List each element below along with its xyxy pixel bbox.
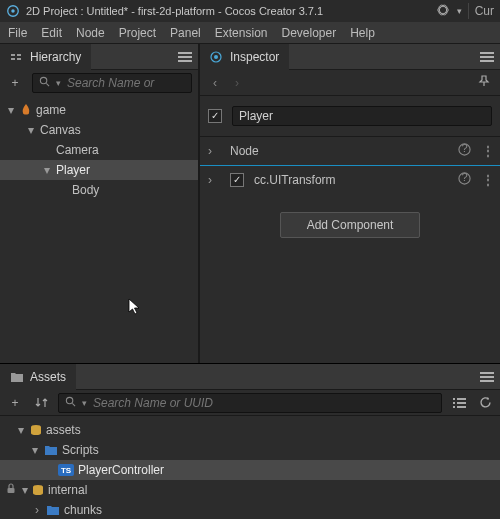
menu-extension[interactable]: Extension [215, 26, 268, 40]
chevron-down-icon[interactable]: ▾ [22, 483, 28, 497]
tab-hierarchy[interactable]: Hierarchy [0, 44, 91, 70]
chevron-right-icon[interactable]: › [32, 503, 42, 517]
database-icon [30, 424, 42, 436]
chevron-down-icon[interactable]: ▾ [30, 443, 40, 457]
asset-row-playercontroller[interactable]: TS PlayerController [0, 460, 500, 480]
window-title: 2D Project : Untitled* - first-2d-platfo… [26, 5, 429, 17]
hierarchy-tab-label: Hierarchy [30, 50, 81, 64]
app-icon [6, 4, 20, 18]
svg-rect-8 [17, 58, 21, 60]
dropdown-chevron-icon[interactable]: ▾ [457, 6, 462, 16]
add-component-button[interactable]: Add Component [280, 212, 420, 238]
svg-rect-7 [17, 54, 21, 56]
tree-label: Body [72, 183, 99, 197]
search-icon [65, 396, 76, 410]
entity-enabled-checkbox[interactable]: ✓ [208, 109, 222, 123]
history-back-button[interactable]: ‹ [208, 76, 222, 90]
help-icon[interactable]: ? [456, 143, 472, 159]
tree-label: Camera [56, 143, 99, 157]
assets-search[interactable]: ▾ [58, 393, 442, 413]
search-scope-chevron[interactable]: ▾ [56, 78, 61, 88]
tab-assets[interactable]: Assets [0, 364, 76, 390]
asset-row-scripts[interactable]: ▾ Scripts [0, 440, 500, 460]
assets-menu-icon[interactable] [480, 372, 494, 382]
help-icon[interactable]: ? [456, 172, 472, 188]
tree-row-camera[interactable]: Camera [0, 140, 198, 160]
fire-icon [20, 104, 32, 116]
chevron-down-icon[interactable]: ▾ [16, 423, 26, 437]
inspector-menu-icon[interactable] [480, 52, 494, 62]
component-node[interactable]: › Node ? ⋮ [200, 137, 500, 165]
tree-row-body[interactable]: Body [0, 180, 198, 200]
menu-developer[interactable]: Developer [281, 26, 336, 40]
assets-search-input[interactable] [93, 396, 435, 410]
search-scope-chevron[interactable]: ▾ [82, 398, 87, 408]
entity-name-text: Player [239, 109, 273, 123]
target-icon [210, 50, 224, 64]
svg-rect-5 [11, 54, 15, 56]
svg-text:?: ? [461, 172, 467, 183]
chevron-right-icon[interactable]: › [208, 173, 220, 187]
svg-rect-19 [453, 398, 455, 400]
entity-name-field[interactable]: Player [232, 106, 492, 126]
asset-label: internal [48, 483, 87, 497]
asset-row-chunks[interactable]: › chunks [0, 500, 500, 519]
sort-button[interactable] [32, 394, 50, 412]
hierarchy-icon [10, 50, 24, 64]
add-node-button[interactable]: + [6, 74, 24, 92]
chevron-down-icon[interactable]: ▾ [6, 103, 16, 117]
menu-file[interactable]: File [8, 26, 27, 40]
hierarchy-menu-icon[interactable] [178, 52, 192, 62]
browser-icon[interactable] [435, 3, 451, 20]
folder-icon [10, 370, 24, 384]
hierarchy-tree: ▾ game ▾ Canvas Camera ▾ Player [0, 96, 198, 363]
assets-panel: Assets + ▾ ▾ assets [0, 364, 500, 519]
asset-label: chunks [64, 503, 102, 517]
more-icon[interactable]: ⋮ [482, 144, 492, 158]
chevron-right-icon[interactable]: › [208, 144, 220, 158]
menu-help[interactable]: Help [350, 26, 375, 40]
more-icon[interactable]: ⋮ [482, 173, 492, 187]
menu-project[interactable]: Project [119, 26, 156, 40]
svg-point-17 [66, 397, 72, 403]
database-icon [32, 484, 44, 496]
folder-icon [44, 444, 58, 456]
assets-tab-label: Assets [30, 370, 66, 384]
hierarchy-search-input[interactable] [67, 76, 185, 90]
refresh-icon[interactable] [476, 394, 494, 412]
hierarchy-panel: Hierarchy + ▾ ▾ game [0, 44, 198, 363]
inspector-panel: Inspector ‹ › ✓ Player › Node ? ⋮ [200, 44, 500, 363]
svg-rect-26 [8, 488, 15, 493]
tree-label: Canvas [40, 123, 81, 137]
asset-row-internal[interactable]: ▾ internal [0, 480, 500, 500]
titlebar-right-controls: ▾ Cur [435, 3, 494, 20]
component-label: cc.UITransform [254, 173, 446, 187]
chevron-down-icon[interactable]: ▾ [26, 123, 36, 137]
tree-row-game[interactable]: ▾ game [0, 100, 198, 120]
typescript-icon: TS [58, 464, 74, 476]
pin-icon[interactable] [478, 75, 492, 90]
asset-label: Scripts [62, 443, 99, 457]
chevron-down-icon[interactable]: ▾ [42, 163, 52, 177]
add-component-label: Add Component [307, 218, 394, 232]
list-view-icon[interactable] [450, 394, 468, 412]
tab-inspector[interactable]: Inspector [200, 44, 289, 70]
menu-edit[interactable]: Edit [41, 26, 62, 40]
history-forward-button[interactable]: › [230, 76, 244, 90]
tree-row-player[interactable]: ▾ Player [0, 160, 198, 180]
asset-row-assets[interactable]: ▾ assets [0, 420, 500, 440]
add-asset-button[interactable]: + [6, 394, 24, 412]
menubar: File Edit Node Project Panel Extension D… [0, 22, 500, 44]
menu-node[interactable]: Node [76, 26, 105, 40]
menu-panel[interactable]: Panel [170, 26, 201, 40]
asset-label: PlayerController [78, 463, 164, 477]
component-enabled-checkbox[interactable]: ✓ [230, 173, 244, 187]
component-label: Node [230, 144, 446, 158]
svg-rect-24 [457, 406, 466, 408]
folder-icon [46, 504, 60, 516]
svg-point-12 [214, 55, 218, 59]
window-titlebar: 2D Project : Untitled* - first-2d-platfo… [0, 0, 500, 22]
component-uitransform[interactable]: › ✓ cc.UITransform ? ⋮ [200, 166, 500, 194]
hierarchy-search[interactable]: ▾ [32, 73, 192, 93]
tree-row-canvas[interactable]: ▾ Canvas [0, 120, 198, 140]
